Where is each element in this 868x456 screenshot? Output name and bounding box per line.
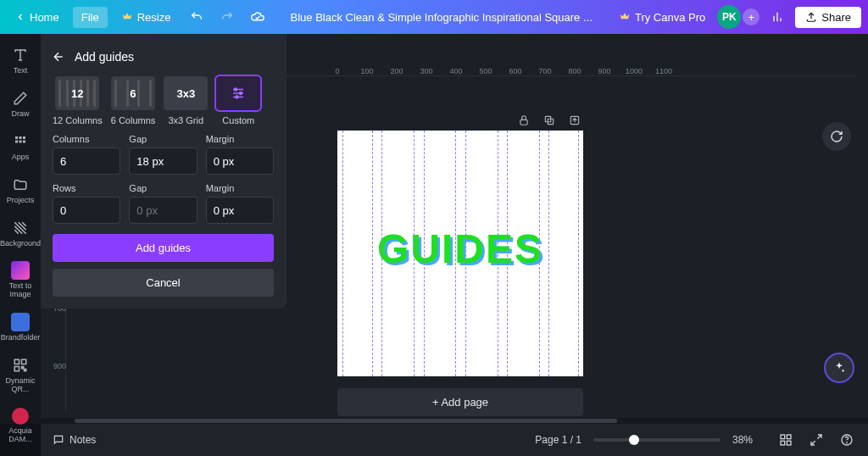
ruler-tick: 100	[360, 67, 373, 75]
column-guide[interactable]	[342, 131, 343, 376]
share-button[interactable]: Share	[795, 7, 861, 28]
row-gap-label: Gap	[129, 183, 197, 193]
rail-label: Text	[14, 67, 28, 75]
column-guide[interactable]	[424, 131, 425, 376]
rows-input[interactable]	[53, 197, 120, 224]
rail-apps[interactable]: Apps	[0, 125, 41, 169]
svg-rect-13	[22, 359, 26, 364]
svg-rect-11	[23, 140, 25, 142]
panel-back-button[interactable]	[49, 47, 68, 66]
add-guides-button[interactable]: Add guides	[53, 234, 274, 262]
column-guide[interactable]	[578, 131, 579, 376]
svg-rect-8	[23, 136, 25, 139]
scrollbar-thumb[interactable]	[75, 419, 617, 423]
artboard-text-element[interactable]: GUIDES	[377, 225, 543, 272]
undo-icon	[190, 10, 203, 24]
sliders-icon	[231, 86, 246, 101]
duplicate-page-button[interactable]	[541, 112, 558, 129]
svg-rect-15	[22, 367, 24, 369]
svg-rect-12	[14, 359, 19, 364]
artboard[interactable]: GUIDES	[337, 131, 583, 376]
document-title[interactable]: Blue Black Clean & Simple Infographic In…	[275, 11, 607, 24]
notes-button[interactable]: Notes	[53, 434, 96, 446]
rail-projects[interactable]: Projects	[0, 169, 41, 212]
col-margin-input[interactable]	[206, 147, 274, 175]
rail-draw[interactable]: Draw	[0, 82, 41, 125]
refresh-icon	[830, 130, 843, 143]
zoom-value[interactable]: 38%	[732, 434, 765, 446]
add-collaborator-button[interactable]: +	[743, 8, 760, 25]
refresh-preview-button[interactable]	[822, 122, 851, 151]
resize-button[interactable]: Resize	[113, 7, 180, 28]
ruler-tick: 500	[479, 67, 492, 75]
undo-button[interactable]	[184, 4, 209, 30]
preset-num: 12	[71, 87, 83, 100]
rail-acquia-dam[interactable]: Acquia DAM...	[0, 401, 41, 451]
svg-rect-9	[15, 140, 18, 142]
help-button[interactable]	[837, 431, 856, 449]
column-guide[interactable]	[465, 131, 466, 376]
rail-brandfolder[interactable]: Brandfolder	[0, 306, 41, 349]
arrow-left-icon	[52, 50, 65, 64]
new-page-button[interactable]	[566, 112, 583, 129]
row-gap-input[interactable]	[129, 197, 197, 224]
guide-presets: 12 12 Columns 6 6 Columns 3x3 3x3 Grid C…	[41, 76, 286, 125]
page-indicator[interactable]: Page 1 / 1	[535, 434, 581, 446]
add-page-button[interactable]: + Add page	[337, 388, 583, 416]
crown-icon	[121, 11, 133, 23]
column-guide[interactable]	[372, 131, 373, 376]
grid-view-button[interactable]	[776, 431, 795, 449]
row-margin-input[interactable]	[206, 197, 274, 224]
redo-button[interactable]	[214, 4, 240, 30]
pencil-icon	[11, 89, 30, 108]
resize-label: Resize	[137, 11, 171, 24]
chevron-left-icon	[15, 12, 25, 22]
svg-rect-10	[19, 140, 22, 142]
brandfolder-icon	[11, 313, 30, 331]
col-gap-input[interactable]	[129, 147, 197, 175]
page-wrapper: GUIDES + Add page	[337, 112, 583, 416]
home-button[interactable]: Home	[7, 7, 68, 28]
fullscreen-button[interactable]	[807, 431, 826, 449]
zoom-slider-thumb[interactable]	[629, 435, 639, 445]
rail-label: Brandfolder	[1, 334, 41, 342]
lock-page-button[interactable]	[515, 112, 532, 129]
columns-input[interactable]	[53, 147, 120, 175]
horizontal-scrollbar[interactable]	[41, 418, 868, 424]
magic-button[interactable]	[824, 353, 854, 383]
svg-rect-32	[781, 441, 785, 445]
preset-num: 6	[130, 87, 136, 100]
rail-dynamic-qr[interactable]: Dynamic QR...	[0, 349, 41, 401]
apps-icon	[11, 132, 30, 151]
rail-text-to-image[interactable]: Text to Image	[0, 254, 41, 306]
notes-icon	[53, 434, 64, 446]
column-guide[interactable]	[455, 131, 456, 376]
column-guide[interactable]	[548, 131, 549, 376]
column-guide[interactable]	[498, 131, 498, 376]
preset-custom[interactable]: Custom	[216, 76, 260, 125]
column-guide[interactable]	[414, 131, 415, 376]
svg-rect-30	[781, 435, 785, 439]
column-guide[interactable]	[381, 131, 382, 376]
rail-text[interactable]: Text	[0, 39, 41, 82]
add-guides-panel: Add guides 12 12 Columns 6 6 Columns 3x3…	[41, 34, 287, 309]
rail-label: Acquia DAM...	[0, 427, 41, 444]
svg-point-37	[847, 442, 848, 443]
cloud-sync-button[interactable]	[245, 4, 270, 30]
column-guide[interactable]	[539, 131, 540, 376]
page-tools	[337, 112, 583, 129]
column-guide[interactable]	[507, 131, 508, 376]
preset-12-columns[interactable]: 12 12 Columns	[53, 76, 103, 125]
preset-3x3-grid[interactable]: 3x3 3x3 Grid	[164, 76, 208, 125]
help-icon	[840, 433, 854, 447]
rail-label: Projects	[7, 197, 35, 205]
preset-6-columns[interactable]: 6 6 Columns	[111, 76, 156, 125]
file-button[interactable]: File	[73, 7, 108, 28]
analytics-button[interactable]	[765, 4, 790, 30]
folder-icon	[11, 175, 30, 194]
zoom-slider[interactable]	[593, 438, 721, 442]
cancel-button[interactable]: Cancel	[53, 269, 274, 297]
rail-background[interactable]: Background	[0, 212, 41, 255]
avatar[interactable]: PK	[717, 5, 741, 29]
try-pro-button[interactable]: Try Canva Pro	[612, 8, 712, 27]
